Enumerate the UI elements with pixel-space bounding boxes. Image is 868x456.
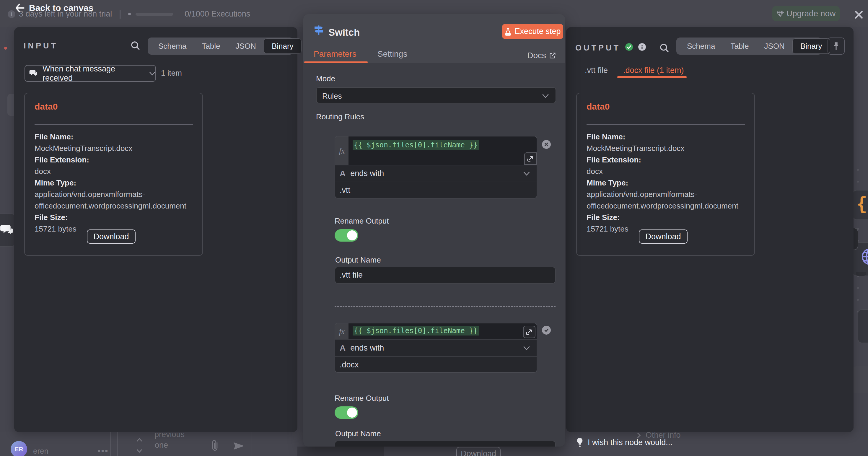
chevron-down-icon [542,94,549,98]
rule-2-expression[interactable]: fx {{ $json.files[0].fileName }} [335,324,537,339]
search-icon[interactable] [659,43,669,53]
x-icon [544,142,549,147]
braces-icon: { [853,190,868,214]
output-name-input[interactable] [335,440,556,447]
rule-valid-check [542,326,551,335]
paperclip-icon[interactable] [211,439,220,452]
input-data-card: data0 File Name: MockMeetingTranscript.d… [24,93,203,256]
chat-bubbles-icon [0,222,16,238]
success-check-icon [625,43,633,51]
logs-ghost [298,447,384,456]
panel-edge [117,432,118,456]
chevron-up-icon[interactable] [136,437,143,443]
rename-output-label: Rename Output [335,216,389,225]
string-type-icon: A [340,343,345,353]
upgrade-button[interactable]: Upgrade now [772,6,840,21]
external-link-icon [549,52,556,59]
rule-1: fx {{ $json.files[0].fileName }} A ends … [335,136,537,199]
rename-toggle[interactable] [335,229,358,242]
divider [587,124,745,125]
rule-separator [335,306,556,307]
input-view-tabs: Schema Table JSON Binary [148,37,293,55]
output-name-label: Output Name [335,255,381,265]
rule-1-expression[interactable]: fx {{ $json.files[0].fileName }} [335,136,537,165]
info-icon: i [8,10,16,18]
download-button[interactable]: Download [639,230,687,244]
expand-expression-button[interactable] [523,326,535,338]
input-source-select[interactable]: When chat message received [25,65,156,82]
output-panel: OUTPUT Schema Table JSON Binary .vtt fil… [566,27,854,432]
file-info: File Name: MockMeetingTranscript.docx Fi… [35,131,195,235]
lightbulb-icon [576,437,584,448]
routing-rules-label: Routing Rules [316,112,364,121]
expand-expression-button[interactable] [524,152,537,165]
canvas-dot [4,47,7,50]
rule-1-operator[interactable]: A ends with [335,165,537,182]
rule-2-operator[interactable]: A ends with [335,339,537,356]
rule-1-value[interactable]: .vtt [335,182,537,199]
ellipsis-icon: ••• [97,446,109,456]
info-icon[interactable] [638,43,646,51]
download-button[interactable]: Download [87,230,135,244]
panel-edge [110,432,111,456]
remove-rule-button[interactable] [542,140,551,149]
rule-2-value[interactable]: .docx [335,356,537,373]
search-icon[interactable] [130,40,140,51]
mode-label: Mode [316,74,335,83]
items-count: 1 item [161,68,182,78]
output-name-label: Output Name [335,429,381,438]
chevron-down-icon[interactable] [136,448,143,454]
tab-schema[interactable]: Schema [151,38,194,54]
input-title: INPUT [24,41,58,51]
expression-code[interactable]: {{ $json.files[0].fileName }} [353,140,479,150]
gem-icon [776,10,784,18]
pin-button[interactable] [828,37,845,55]
tab-binary[interactable]: Binary [264,38,302,54]
close-icon[interactable] [854,9,864,20]
tab-settings[interactable]: Settings [377,49,407,59]
tab-schema[interactable]: Schema [679,38,723,54]
tab-json[interactable]: JSON [228,38,264,54]
pin-icon [832,41,840,51]
divider [120,10,121,19]
expression-code[interactable]: {{ $json.files[0].fileName }} [353,326,479,335]
output-view-tabs: Schema Table JSON Binary [676,37,822,55]
tab-json[interactable]: JSON [757,38,793,54]
back-to-canvas[interactable]: Back to canvas [15,3,93,13]
rename-output-label: Rename Output [335,394,389,403]
switch-node-icon [312,24,325,36]
wish-link[interactable]: I wish this node would... [576,437,673,448]
canvas-node [858,309,868,343]
node-settings-dialog: Switch Execute step Parameters Settings … [303,14,565,447]
output-name-input[interactable]: .vtt file [335,267,556,283]
flask-icon [504,27,512,36]
rename-toggle[interactable] [335,406,358,419]
branch-tab-underline [617,76,687,78]
tab-binary[interactable]: Binary [793,38,830,54]
chat-draft-line2: one [155,440,168,450]
avatar: ER [11,441,27,456]
code-node[interactable]: { [852,190,868,220]
canvas-card-edge [852,366,868,393]
tab-table[interactable]: Table [194,38,228,54]
fx-badge: fx [335,324,348,339]
active-tab-underline [304,61,368,63]
expand-icon [527,155,534,162]
divider [316,122,556,122]
branch-tab-vtt[interactable]: .vtt file [585,66,608,75]
mode-select[interactable]: Rules [316,87,556,103]
output-data-card: data0 File Name: MockMeetingTranscript.d… [576,93,755,256]
send-icon[interactable] [232,440,245,451]
card-title: data0 [35,101,58,112]
tab-table[interactable]: Table [723,38,756,54]
execute-step-button[interactable]: Execute step [502,24,563,39]
docs-link[interactable]: Docs [527,51,556,60]
arrow-left-icon [15,4,25,12]
string-type-icon: A [340,169,345,178]
chat-trigger-node[interactable] [0,214,16,247]
executions-count: 0/1000 Executions [185,9,250,19]
branch-tab-docx[interactable]: .docx file (1 item) [623,66,684,75]
tab-parameters[interactable]: Parameters [314,49,356,59]
source-select-value: When chat message received [42,64,145,83]
executions-progress [135,13,173,16]
